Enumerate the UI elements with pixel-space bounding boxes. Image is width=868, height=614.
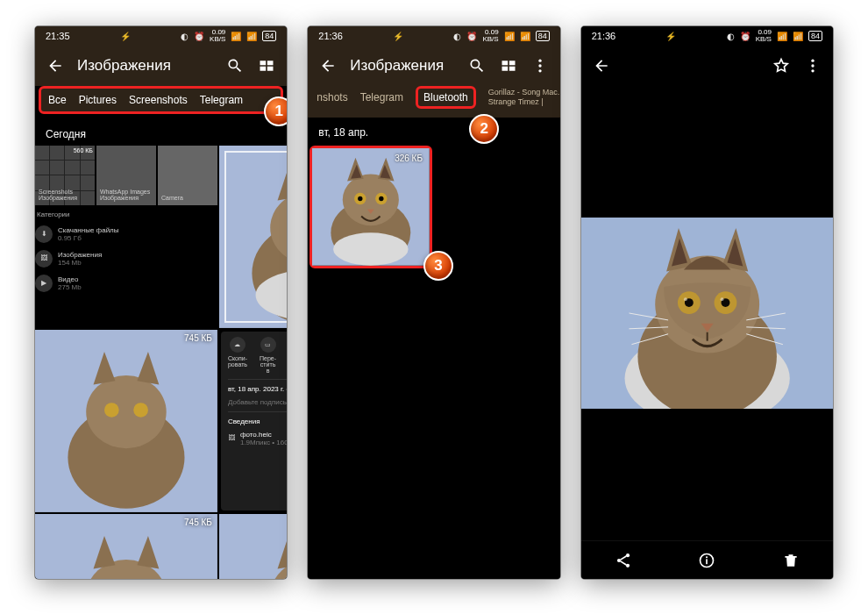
image-thumb[interactable]: 745 КБ (35, 330, 217, 512)
viewer-app-bar (581, 46, 833, 86)
app-bar: Изображения (35, 46, 287, 86)
svg-point-42 (333, 232, 409, 265)
status-bar: 21:35 ⚡ ◐ ⏰ 0.09KB/S 📶 📶 84 (35, 26, 287, 46)
svg-point-38 (358, 196, 362, 201)
svg-point-12 (86, 375, 166, 448)
folder-icon: ▭ (260, 337, 276, 353)
dnd-icon: ◐ (181, 32, 189, 41)
status-time: 21:36 (592, 31, 616, 41)
phone-screenshot-1: 21:35 ⚡ ◐ ⏰ 0.09KB/S 📶 📶 84 Изображения … (35, 26, 287, 579)
svg-point-43 (811, 60, 814, 62)
image-details-sheet: 764 КБ ☁Скопи- ровать ▭Пере- стить в ⧉Ск… (221, 332, 287, 510)
wifi-icon: 📶 (520, 32, 530, 41)
image-thumb[interactable]: 745 КБ (35, 514, 217, 579)
more-icon[interactable] (530, 56, 550, 75)
category-video[interactable]: ▶Видео275 Мb (35, 275, 217, 292)
view-mode-icon[interactable] (257, 56, 276, 75)
tab-gorillaz[interactable]: Gorillaz - Song Mac... Strange Timez | (488, 88, 560, 107)
folder-whatsapp[interactable]: WhatsApp ImagesИзображения (96, 146, 156, 205)
image-thumb-selected[interactable]: 326 КБ (309, 146, 432, 268)
dnd-icon: ◐ (727, 32, 735, 41)
net-speed: 0.09KB/S (210, 29, 225, 43)
tab-all[interactable]: Все (48, 94, 67, 106)
section-label: вт, 18 апр. (308, 118, 559, 144)
search-icon[interactable] (467, 56, 487, 75)
status-bar: 21:36 ⚡ ◐ ⏰ 0.09KB/S 📶 📶 84 (581, 26, 833, 46)
action-copy[interactable]: ☁Скопи- ровать (228, 337, 247, 374)
dnd-icon: ◐ (453, 32, 461, 41)
tab-pictures[interactable]: Pictures (79, 94, 117, 106)
signal-icon: 📶 (504, 32, 515, 41)
video-icon: ▶ (35, 275, 53, 292)
download-icon: ⬇ (35, 225, 53, 243)
signal-icon: 📶 (777, 32, 787, 41)
image-thumb[interactable]: 844 КБ ◎ (219, 146, 287, 328)
share-icon[interactable] (614, 551, 633, 570)
category-downloads[interactable]: ⬇Скачанные файлы0.95 Гб (35, 225, 217, 243)
viewer-bottom-bar (581, 540, 833, 579)
svg-point-44 (811, 64, 814, 67)
back-icon[interactable] (592, 56, 611, 75)
alarm-icon: ⏰ (740, 32, 751, 41)
cat-image (312, 148, 430, 266)
tabs-row: Все Pictures Screenshots Telegram (39, 86, 283, 114)
status-time: 21:35 (46, 31, 70, 41)
bolt-icon: ⚡ (393, 32, 403, 41)
timestamp: вт, 18 апр. 2023 г. • 10:06 (228, 385, 287, 393)
gallery-body: Сегодня 560 КБ ScreenshotsИзображения Wh… (35, 119, 287, 579)
action-move[interactable]: ▭Пере- стить в (260, 337, 276, 374)
file-size: 745 КБ (184, 333, 212, 343)
folder-camera[interactable]: Camera (158, 146, 217, 205)
cloud-icon: ☁ (230, 337, 245, 353)
details-label: Сведения (228, 418, 287, 425)
tab-screenshots[interactable]: Screenshots (129, 94, 188, 106)
net-speed: 0.09KB/S (756, 29, 772, 43)
bolt-icon: ⚡ (665, 32, 676, 41)
file-meta: 1.9Мпикс • 1600 x 1200 (240, 439, 287, 446)
more-icon[interactable] (803, 56, 822, 75)
view-mode-icon[interactable] (499, 56, 518, 75)
page-title: Изображения (77, 57, 213, 75)
tabs-row: nshots Telegram Bluetooth Gorillaz - Son… (308, 86, 559, 118)
step-marker-3: 3 (423, 251, 453, 281)
info-icon[interactable] (697, 551, 716, 570)
delete-icon[interactable] (781, 551, 800, 570)
star-icon[interactable] (772, 56, 791, 75)
alarm-icon: ⏰ (466, 32, 477, 41)
tab-telegram[interactable]: Telegram (200, 94, 243, 106)
caption-input[interactable]: Добавьте подпись (228, 398, 287, 406)
svg-point-45 (811, 69, 814, 72)
svg-rect-71 (706, 559, 708, 564)
alarm-icon: ⏰ (194, 32, 204, 41)
image-viewer[interactable] (581, 86, 833, 540)
svg-point-15 (104, 403, 119, 418)
folders-and-categories: 560 КБ ScreenshotsИзображения WhatsApp I… (35, 146, 217, 328)
phone-screenshot-2: 21:36 ⚡ ◐ ⏰ 0.09KB/S 📶 📶 84 Изображения … (308, 26, 559, 579)
back-icon[interactable] (318, 56, 338, 75)
wifi-icon: 📶 (246, 32, 257, 41)
phone-screenshot-3: 21:36 ⚡ ◐ ⏰ 0.09KB/S 📶 📶 84 (581, 26, 833, 579)
folder-size: 560 КБ (74, 147, 93, 154)
tab-telegram[interactable]: Telegram (360, 91, 403, 104)
svg-point-29 (538, 69, 541, 72)
signal-icon: 📶 (231, 32, 241, 41)
battery-indicator: 84 (536, 31, 550, 41)
tab-bluetooth[interactable]: Bluetooth (416, 86, 476, 109)
tab-screenshots-cut[interactable]: nshots (317, 91, 347, 104)
image-thumb[interactable]: 745 КБ (219, 514, 287, 579)
folder-screenshots[interactable]: 560 КБ ScreenshotsИзображения (35, 146, 95, 205)
app-bar: Изображения (308, 46, 559, 86)
svg-point-28 (538, 64, 541, 67)
battery-indicator: 84 (262, 31, 276, 41)
svg-point-16 (133, 403, 148, 418)
page-title: Изображения (350, 57, 454, 75)
category-images[interactable]: 🖼Изображения154 Мb (35, 250, 217, 268)
categories-title: Категории (35, 207, 217, 222)
cat-image-full (581, 218, 833, 409)
search-icon[interactable] (225, 56, 245, 75)
image-icon: 🖼 (35, 250, 53, 268)
svg-point-27 (538, 60, 541, 62)
svg-point-72 (706, 556, 708, 558)
svg-rect-22 (219, 514, 287, 579)
back-icon[interactable] (46, 56, 65, 75)
